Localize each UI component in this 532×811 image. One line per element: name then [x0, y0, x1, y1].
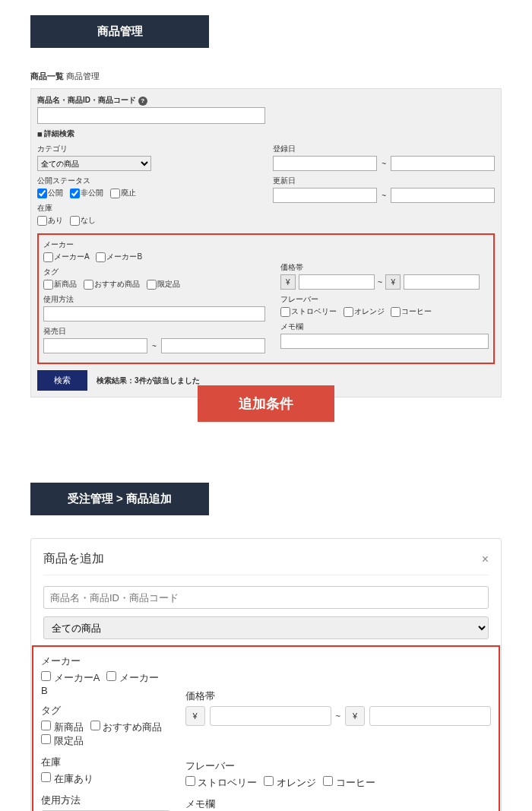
tilde-icon: ~	[152, 342, 157, 350]
tilde-icon: ~	[382, 192, 386, 200]
stock-no-checkbox[interactable]	[70, 216, 80, 226]
close-icon[interactable]: ×	[482, 553, 489, 566]
upddate-from[interactable]	[273, 188, 377, 203]
upddate-to[interactable]	[391, 188, 495, 203]
tag-limit-checkbox[interactable]	[41, 734, 51, 744]
search-panel: 商品名・商品ID・商品コード ? 詳細検索 カテゴリ 全ての商品 公開ステータス…	[30, 88, 502, 398]
price-to[interactable]	[404, 274, 480, 290]
tag-rec-label: おすすめ商品	[103, 721, 162, 733]
breadcrumb: 商品一覧 商品管理	[30, 71, 502, 82]
usage-label: 使用方法	[41, 794, 170, 807]
maker-a-label: メーカーA	[54, 252, 90, 261]
memo-label: メモ欄	[185, 797, 491, 811]
status-label: 公開ステータス	[37, 176, 258, 186]
section-order-add-product: 受注管理 > 商品追加 商品を追加 × 全ての商品 メーカー メーカーA メーカ…	[30, 483, 502, 811]
release-to[interactable]	[161, 338, 265, 353]
category-select[interactable]: 全ての商品	[37, 156, 151, 171]
regdate-from[interactable]	[273, 156, 377, 171]
price-to[interactable]	[369, 706, 491, 726]
memo-label: メモ欄	[280, 322, 489, 332]
maker-a-checkbox[interactable]	[43, 252, 53, 262]
modal-title: 商品を追加	[43, 551, 104, 567]
flavor-strawberry-checkbox[interactable]	[280, 307, 290, 317]
detail-fields: カテゴリ 全ての商品 公開ステータス 公開 非公開 廃止 在庫	[37, 144, 495, 230]
flavor-coffee-checkbox[interactable]	[323, 776, 333, 786]
flavor-orange-label: オレンジ	[354, 307, 385, 315]
tilde-icon: ~	[378, 277, 382, 287]
yen-icon: ¥	[385, 274, 401, 290]
maker-a-label: メーカーA	[54, 672, 100, 683]
add-product-modal: 商品を追加 × 全ての商品 メーカー メーカーA メーカーB	[30, 538, 502, 811]
breadcrumb-item-list: 商品一覧	[30, 71, 64, 81]
price-from[interactable]	[210, 706, 331, 726]
maker-b-checkbox[interactable]	[106, 671, 116, 681]
flavor-orange-checkbox[interactable]	[344, 307, 353, 317]
status-public-checkbox[interactable]	[37, 188, 47, 198]
flavor-strawberry-checkbox[interactable]	[185, 776, 195, 786]
price-from[interactable]	[299, 274, 375, 290]
price-label: 価格帯	[280, 262, 489, 273]
flavor-coffee-label: コーヒー	[401, 307, 432, 315]
flavor-label: フレーバー	[185, 759, 491, 773]
yen-icon: ¥	[280, 274, 296, 290]
tag-rec-label: おすすめ商品	[94, 280, 140, 288]
modal-search-input[interactable]	[43, 586, 489, 609]
regdate-label: 登録日	[273, 144, 495, 154]
usage-label: 使用方法	[43, 294, 265, 305]
tag-limit-label: 限定品	[54, 735, 84, 746]
status-abolish-label: 廃止	[121, 188, 136, 197]
flavor-strawberry-label: ストロベリー	[198, 777, 257, 788]
tilde-icon: ~	[336, 711, 340, 721]
section-product-management: 商品管理 商品一覧 商品管理 商品名・商品ID・商品コード ? 詳細検索 カテゴ…	[30, 15, 502, 422]
callout-extra-conditions: 追加条件	[198, 385, 334, 422]
status-public-label: 公開	[48, 188, 63, 197]
detail-search-toggle[interactable]: 詳細検索	[37, 128, 495, 139]
stock-yes-checkbox[interactable]	[37, 216, 47, 226]
tag-rec-checkbox[interactable]	[90, 721, 100, 730]
stock-yes-label: あり	[48, 216, 63, 224]
tag-new-label: 新商品	[54, 721, 84, 733]
help-icon[interactable]: ?	[138, 97, 147, 106]
status-private-checkbox[interactable]	[70, 188, 80, 198]
tag-rec-checkbox[interactable]	[84, 280, 93, 290]
tag-label: タグ	[43, 267, 265, 277]
tag-new-checkbox[interactable]	[43, 280, 53, 290]
yen-icon: ¥	[345, 706, 365, 726]
tag-limit-checkbox[interactable]	[147, 280, 157, 290]
stock-no-label: なし	[81, 216, 96, 224]
maker-b-checkbox[interactable]	[96, 252, 106, 262]
status-private-label: 非公開	[81, 188, 103, 197]
category-label: カテゴリ	[37, 144, 258, 154]
tag-limit-label: 限定品	[157, 280, 180, 288]
result-count-text: 検索結果：3件が該当しました	[97, 375, 200, 386]
flavor-orange-label: オレンジ	[277, 777, 316, 788]
flavor-label: フレーバー	[280, 294, 489, 305]
search-button[interactable]: 検索	[37, 370, 87, 391]
modal-category-select[interactable]: 全ての商品	[43, 616, 489, 639]
tag-new-label: 新商品	[54, 280, 77, 288]
status-abolish-checkbox[interactable]	[110, 188, 120, 198]
flavor-strawberry-label: ストロベリー	[291, 307, 337, 315]
release-from[interactable]	[43, 338, 147, 353]
stock-label: 在庫	[41, 756, 170, 769]
usage-input[interactable]	[43, 306, 265, 322]
price-label: 価格帯	[185, 689, 491, 703]
upddate-label: 更新日	[273, 176, 495, 186]
stock-label: 在庫	[37, 203, 258, 214]
breadcrumb-item-manage: 商品管理	[66, 71, 100, 81]
regdate-to[interactable]	[391, 156, 495, 171]
tag-label: タグ	[41, 704, 170, 718]
main-search-input[interactable]	[37, 107, 265, 124]
modal-extra-conditions-box: メーカー メーカーA メーカーB タグ 新商品 おすすめ商品 限定品	[32, 645, 500, 811]
flavor-coffee-checkbox[interactable]	[391, 307, 401, 317]
memo-input[interactable]	[280, 334, 489, 349]
maker-label: メーカー	[43, 239, 265, 250]
maker-label: メーカー	[41, 654, 170, 668]
maker-a-checkbox[interactable]	[41, 671, 51, 681]
tag-new-checkbox[interactable]	[41, 721, 51, 730]
flavor-orange-checkbox[interactable]	[264, 776, 274, 786]
maker-b-label: メーカーB	[106, 252, 142, 261]
stock-checkbox[interactable]	[41, 772, 51, 782]
release-label: 発売日	[43, 326, 265, 337]
section-header: 受注管理 > 商品追加	[30, 483, 209, 515]
